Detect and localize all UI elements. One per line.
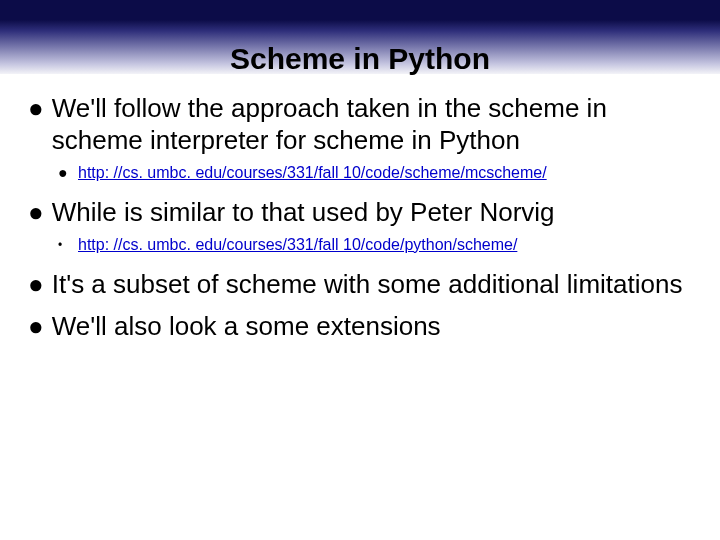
bullet-icon: ● [28, 92, 44, 156]
bullet-level2: • http: //cs. umbc. edu/courses/331/fall… [58, 234, 692, 256]
title-bar: Scheme in Python [0, 0, 720, 74]
bullet-level1: ● It's a subset of scheme with some addi… [28, 268, 692, 300]
bullet-level1: ● While is similar to that used by Peter… [28, 196, 692, 228]
link-mcscheme[interactable]: http: //cs. umbc. edu/courses/331/fall 1… [78, 162, 692, 184]
bullet-icon: ● [28, 310, 44, 342]
bullet-icon: ● [58, 162, 68, 184]
bullet-text: We'll also look a some extensions [52, 310, 692, 342]
bullet-text: We'll follow the approach taken in the s… [52, 92, 692, 156]
bullet-icon: ● [28, 268, 44, 300]
bullet-level1: ● We'll follow the approach taken in the… [28, 92, 692, 156]
bullet-level2: ● http: //cs. umbc. edu/courses/331/fall… [58, 162, 692, 184]
link-python-scheme[interactable]: http: //cs. umbc. edu/courses/331/fall 1… [78, 234, 692, 256]
bullet-icon: ● [28, 196, 44, 228]
bullet-text: While is similar to that used by Peter N… [52, 196, 692, 228]
bullet-text: It's a subset of scheme with some additi… [52, 268, 692, 300]
slide-title: Scheme in Python [230, 42, 490, 76]
slide-body: ● We'll follow the approach taken in the… [0, 74, 720, 342]
bullet-level1: ● We'll also look a some extensions [28, 310, 692, 342]
bullet-icon: • [58, 234, 68, 256]
